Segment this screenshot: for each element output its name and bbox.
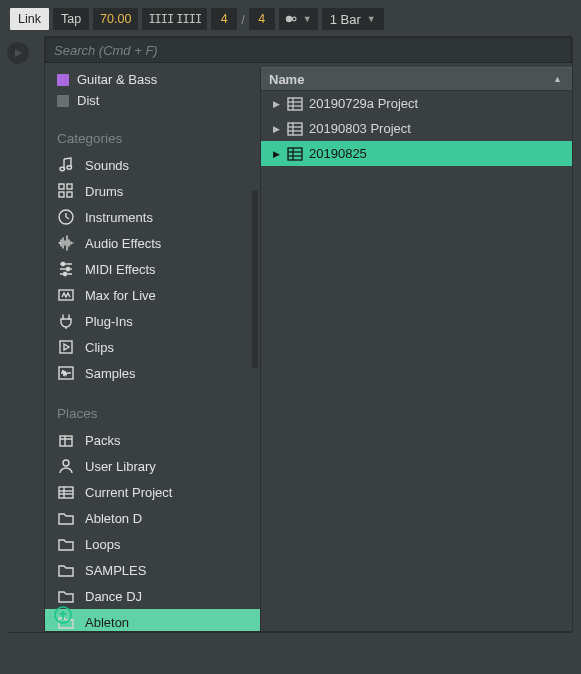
- category-plug-ins[interactable]: Plug-Ins: [45, 308, 260, 334]
- category-label: MIDI Effects: [85, 262, 156, 277]
- proj-icon: [57, 483, 75, 501]
- svg-rect-11: [64, 273, 66, 276]
- place-label: Dance DJ: [85, 589, 142, 604]
- collection-label: Dist: [77, 93, 99, 108]
- places-heading: Places: [45, 386, 260, 427]
- place-label: Ableton: [85, 615, 129, 630]
- tempo-nudge[interactable]: IIII IIII: [142, 8, 207, 30]
- category-label: Clips: [85, 340, 114, 355]
- svg-rect-17: [59, 487, 73, 498]
- place-current-project[interactable]: Current Project: [45, 479, 260, 505]
- collection-item[interactable]: Guitar & Bass: [45, 69, 260, 90]
- browser-sidebar: Guitar & BassDist Categories SoundsDrums…: [45, 67, 261, 631]
- disclosure-triangle-icon[interactable]: ▶: [271, 99, 281, 109]
- svg-point-3: [67, 166, 72, 169]
- browser-frame: Search (Cmd + F) Guitar & BassDist Categ…: [44, 36, 573, 632]
- category-label: Samples: [85, 366, 136, 381]
- preview-play-button[interactable]: [7, 42, 29, 64]
- sort-asc-icon: ▲: [553, 74, 562, 84]
- metronome-toggle[interactable]: ▼: [279, 8, 318, 30]
- link-button[interactable]: Link: [10, 8, 49, 30]
- result-name: 20190729a Project: [309, 96, 418, 111]
- quantize-menu[interactable]: 1 Bar ▼: [322, 8, 384, 30]
- bottom-groove[interactable]: [8, 632, 573, 660]
- svg-rect-30: [288, 148, 302, 160]
- disclosure-triangle-icon[interactable]: ▶: [271, 124, 281, 134]
- disclosure-triangle-icon[interactable]: ▶: [271, 149, 281, 159]
- category-audio-effects[interactable]: Audio Effects: [45, 230, 260, 256]
- collection-label: Guitar & Bass: [77, 72, 157, 87]
- result-row[interactable]: ▶ 20190825: [261, 141, 572, 166]
- svg-rect-7: [67, 192, 72, 197]
- folder-icon: [57, 535, 75, 553]
- folder-icon: [57, 509, 75, 527]
- pads-icon: [57, 182, 75, 200]
- category-samples[interactable]: Samples: [45, 360, 260, 386]
- results-header[interactable]: Name ▲: [261, 67, 572, 91]
- place-label: Packs: [85, 433, 120, 448]
- folder-icon: [57, 587, 75, 605]
- svg-point-16: [63, 460, 69, 466]
- place-user-library[interactable]: User Library: [45, 453, 260, 479]
- result-row[interactable]: ▶ 20190803 Project: [261, 116, 572, 141]
- collection-item[interactable]: Dist: [45, 90, 260, 111]
- nudge-down-icon[interactable]: IIII: [148, 12, 173, 26]
- category-label: Plug-Ins: [85, 314, 133, 329]
- category-label: Audio Effects: [85, 236, 161, 251]
- place-loops[interactable]: Loops: [45, 531, 260, 557]
- svg-point-1: [292, 17, 296, 21]
- sidebar-scrollbar[interactable]: [252, 190, 258, 368]
- category-max-for-live[interactable]: Max for Live: [45, 282, 260, 308]
- place-samples[interactable]: SAMPLES: [45, 557, 260, 583]
- place-label: Ableton D: [85, 511, 142, 526]
- place-label: SAMPLES: [85, 563, 146, 578]
- live-pack-button[interactable]: [53, 605, 73, 625]
- sig-denominator[interactable]: 4: [249, 8, 275, 30]
- place-label: Loops: [85, 537, 120, 552]
- project-icon: [287, 147, 303, 161]
- note-icon: [57, 156, 75, 174]
- pack-icon: [57, 431, 75, 449]
- category-label: Max for Live: [85, 288, 156, 303]
- category-sounds[interactable]: Sounds: [45, 152, 260, 178]
- chevron-down-icon: ▼: [367, 14, 376, 24]
- user-icon: [57, 457, 75, 475]
- result-name: 20190825: [309, 146, 367, 161]
- category-label: Drums: [85, 184, 123, 199]
- category-drums[interactable]: Drums: [45, 178, 260, 204]
- category-clips[interactable]: Clips: [45, 334, 260, 360]
- place-ableton-d[interactable]: Ableton D: [45, 505, 260, 531]
- place-packs[interactable]: Packs: [45, 427, 260, 453]
- category-instruments[interactable]: Instruments: [45, 204, 260, 230]
- tap-button[interactable]: Tap: [53, 8, 89, 30]
- place-ableton[interactable]: Ableton: [45, 609, 260, 631]
- svg-rect-5: [67, 184, 72, 189]
- svg-rect-10: [67, 268, 69, 271]
- search-input[interactable]: Search (Cmd + F): [45, 37, 572, 63]
- search-placeholder: Search (Cmd + F): [54, 43, 158, 58]
- tempo-field[interactable]: 70.00: [93, 8, 138, 30]
- svg-point-0: [286, 16, 292, 22]
- transport-toolbar: Link Tap 70.00 IIII IIII 4 / 4 ▼ 1 Bar ▼: [0, 0, 581, 36]
- place-dance-dj[interactable]: Dance DJ: [45, 583, 260, 609]
- color-swatch-icon: [57, 95, 69, 107]
- wave-icon: [57, 234, 75, 252]
- clock-icon: [57, 208, 75, 226]
- sig-numerator[interactable]: 4: [211, 8, 237, 30]
- svg-rect-4: [59, 184, 64, 189]
- plug-icon: [57, 312, 75, 330]
- clip-icon: [57, 338, 75, 356]
- color-swatch-icon: [57, 74, 69, 86]
- column-name: Name: [269, 72, 304, 87]
- result-row[interactable]: ▶ 20190729a Project: [261, 91, 572, 116]
- categories-heading: Categories: [45, 111, 260, 152]
- place-label: User Library: [85, 459, 156, 474]
- project-icon: [287, 97, 303, 111]
- svg-rect-26: [288, 123, 302, 135]
- svg-rect-6: [59, 192, 64, 197]
- project-icon: [287, 122, 303, 136]
- category-midi-effects[interactable]: MIDI Effects: [45, 256, 260, 282]
- max-icon: [57, 286, 75, 304]
- nudge-up-icon[interactable]: IIII: [176, 12, 201, 26]
- sample-icon: [57, 364, 75, 382]
